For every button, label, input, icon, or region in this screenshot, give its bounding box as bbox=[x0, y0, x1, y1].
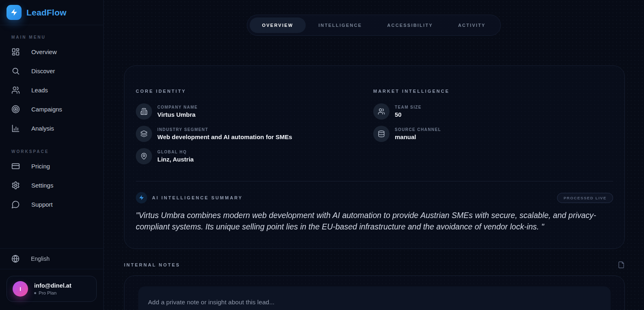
tab-intelligence[interactable]: INTELLIGENCE bbox=[306, 17, 374, 33]
sidebar-item-label: Support bbox=[31, 201, 53, 208]
search-icon bbox=[11, 67, 20, 75]
plan-label: Pro Plan bbox=[39, 290, 57, 295]
internal-notes-card bbox=[124, 275, 625, 310]
user-email: info@dinel.at bbox=[34, 282, 71, 289]
internal-notes-title: INTERNAL NOTES bbox=[124, 262, 180, 267]
users-icon bbox=[11, 86, 20, 94]
field-source-channel: SOURCE CHANNEL manual bbox=[373, 126, 613, 142]
field-global-hq: GLOBAL HQ Linz, Austria bbox=[136, 148, 373, 164]
tab-accessibility[interactable]: ACCESSIBILITY bbox=[374, 17, 445, 33]
market-intelligence-section: MARKET INTELLIGENCE TEAM SIZE 50 bbox=[373, 89, 613, 170]
language-selector[interactable]: English bbox=[0, 248, 103, 269]
map-pin-icon bbox=[136, 148, 152, 164]
target-icon bbox=[11, 105, 20, 114]
sidebar-item-discover[interactable]: Discover bbox=[0, 61, 103, 81]
internal-notes-header: INTERNAL NOTES bbox=[124, 261, 625, 269]
company-name-value: Virtus Umbra bbox=[157, 111, 198, 118]
field-team-size: TEAM SIZE 50 bbox=[373, 103, 613, 120]
brand-logo[interactable]: LeadFlow bbox=[0, 0, 103, 25]
document-icon[interactable] bbox=[618, 261, 625, 269]
processed-live-badge: PROCESSED LIVE bbox=[557, 193, 613, 203]
lead-detail-card: CORE IDENTITY COMPANY NAME Virtus Umbra bbox=[124, 65, 625, 249]
sidebar-item-label: Discover bbox=[31, 68, 55, 74]
sidebar-item-label: Analysis bbox=[31, 125, 54, 132]
bar-chart-icon bbox=[11, 124, 20, 133]
avatar: I bbox=[13, 281, 28, 297]
credit-card-icon bbox=[11, 162, 20, 170]
section-label-main-menu: MAIN MENU bbox=[0, 29, 103, 42]
sidebar-item-label: Settings bbox=[31, 182, 53, 189]
app-root: LeadFlow MAIN MENU Overview Discover bbox=[0, 0, 644, 310]
user-account-card[interactable]: I info@dinel.at Pro Plan bbox=[7, 276, 97, 302]
language-label: English bbox=[31, 255, 50, 262]
industry-segment-value: Web development and AI automation for SM… bbox=[157, 133, 292, 140]
core-identity-title: CORE IDENTITY bbox=[136, 89, 373, 94]
dashboard-icon bbox=[11, 48, 20, 56]
section-label-workspace: WORKSPACE bbox=[0, 138, 103, 157]
tab-activity[interactable]: ACTIVITY bbox=[446, 17, 498, 33]
sidebar-item-campaigns[interactable]: Campaigns bbox=[0, 100, 103, 119]
field-label: GLOBAL HQ bbox=[157, 150, 194, 154]
brand-name: LeadFlow bbox=[26, 8, 66, 17]
sidebar-item-pricing[interactable]: Pricing bbox=[0, 157, 103, 176]
sidebar-item-label: Campaigns bbox=[31, 106, 62, 113]
globe-icon bbox=[11, 255, 20, 263]
user-info: info@dinel.at Pro Plan bbox=[34, 282, 71, 295]
sidebar-item-analysis[interactable]: Analysis bbox=[0, 119, 103, 138]
main-content: OVERVIEW INTELLIGENCE ACCESSIBILITY ACTI… bbox=[104, 0, 644, 310]
field-company-name: COMPANY NAME Virtus Umbra bbox=[136, 103, 373, 120]
building-icon bbox=[136, 103, 152, 120]
users-icon bbox=[373, 103, 389, 120]
sidebar: LeadFlow MAIN MENU Overview Discover bbox=[0, 0, 104, 310]
sidebar-item-leads[interactable]: Leads bbox=[0, 81, 103, 100]
tab-bar: OVERVIEW INTELLIGENCE ACCESSIBILITY ACTI… bbox=[247, 15, 501, 36]
market-intelligence-title: MARKET INTELLIGENCE bbox=[373, 89, 613, 94]
tab-overview[interactable]: OVERVIEW bbox=[250, 17, 306, 33]
sidebar-item-settings[interactable]: Settings bbox=[0, 176, 103, 195]
source-channel-value: manual bbox=[395, 133, 441, 140]
team-size-value: 50 bbox=[395, 111, 422, 118]
gear-icon bbox=[11, 181, 20, 190]
ai-lightning-icon bbox=[136, 192, 147, 203]
sidebar-nav: MAIN MENU Overview Discover Leads bbox=[0, 25, 103, 214]
sidebar-item-label: Overview bbox=[31, 48, 57, 55]
field-industry-segment: INDUSTRY SEGMENT Web development and AI … bbox=[136, 126, 373, 142]
note-input[interactable] bbox=[138, 286, 611, 310]
sidebar-item-support[interactable]: Support bbox=[0, 195, 103, 214]
field-label: SOURCE CHANNEL bbox=[395, 127, 441, 132]
user-plan: Pro Plan bbox=[34, 290, 71, 295]
ai-summary-quote: "Virtus Umbra combines modern web develo… bbox=[124, 203, 624, 249]
chat-bubble-icon bbox=[11, 200, 20, 209]
core-identity-section: CORE IDENTITY COMPANY NAME Virtus Umbra bbox=[136, 89, 373, 170]
lightning-logo-icon bbox=[7, 5, 22, 20]
field-label: TEAM SIZE bbox=[395, 105, 422, 109]
database-icon bbox=[373, 126, 389, 142]
sidebar-item-label: Leads bbox=[31, 87, 48, 94]
ai-summary-title: AI INTELLIGENCE SUMMARY bbox=[152, 195, 243, 200]
layers-icon bbox=[136, 126, 152, 142]
field-label: INDUSTRY SEGMENT bbox=[157, 127, 292, 132]
field-label: COMPANY NAME bbox=[157, 105, 198, 109]
ai-summary-header: AI INTELLIGENCE SUMMARY PROCESSED LIVE bbox=[124, 181, 624, 203]
plan-status-dot bbox=[34, 292, 36, 294]
sidebar-item-label: Pricing bbox=[31, 163, 50, 170]
sidebar-item-overview[interactable]: Overview bbox=[0, 42, 103, 61]
global-hq-value: Linz, Austria bbox=[157, 156, 194, 163]
